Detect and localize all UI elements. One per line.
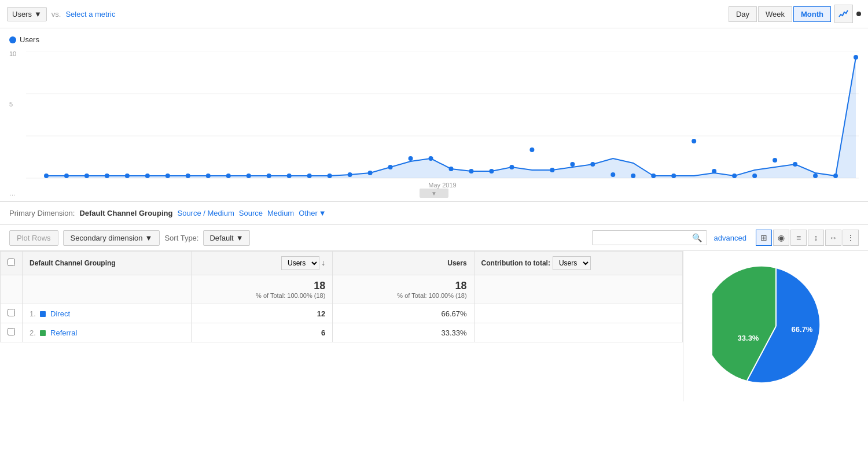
direct-users-value: 12 — [317, 309, 325, 318]
search-input[interactable] — [597, 234, 690, 242]
svg-point-23 — [409, 156, 413, 161]
svg-point-41 — [773, 158, 777, 163]
y-label-10: 10 — [9, 50, 16, 57]
direct-link[interactable]: Direct — [50, 309, 70, 318]
top-toolbar: Users ▼ vs. Select a metric Day Week Mon… — [0, 0, 868, 28]
pivot-view-button[interactable]: ⋮ — [843, 230, 859, 246]
primary-dimension-row: Primary Dimension: Default Channel Group… — [0, 202, 868, 225]
svg-point-27 — [489, 169, 494, 174]
day-button[interactable]: Day — [729, 6, 757, 22]
users2-header: Users — [333, 252, 474, 275]
legend-label: Users — [20, 35, 39, 44]
secondary-dimension-button[interactable]: Secondary dimension ▼ — [63, 230, 160, 246]
table-section: Default Channel Grouping Users ↓ Users C… — [0, 251, 683, 401]
metric-selector: Users ▼ vs. Select a metric — [7, 7, 115, 21]
table-row: 2. Referral 6 33.33% — [1, 323, 683, 342]
users-column-select[interactable]: Users — [281, 256, 319, 270]
bar-view-button[interactable]: ≡ — [790, 230, 807, 246]
referral-users-value: 6 — [321, 328, 325, 337]
referral-channel-cell: 2. Referral — [23, 323, 192, 342]
total-users-value: 18 — [198, 280, 325, 292]
search-icon[interactable]: 🔍 — [692, 233, 702, 242]
x-axis-label: May 2019 — [26, 182, 859, 189]
week-button[interactable]: Week — [758, 6, 792, 22]
search-box: 🔍 — [592, 230, 707, 245]
source-medium-link[interactable]: Source / Medium — [177, 209, 234, 217]
svg-point-30 — [550, 168, 554, 172]
users-header: Users ↓ — [192, 252, 333, 275]
svg-point-20 — [348, 172, 352, 177]
svg-point-11 — [165, 174, 170, 178]
chart-legend: Users — [9, 35, 859, 44]
users-dropdown[interactable]: Users ▼ — [7, 7, 47, 21]
contribution-metric-select[interactable]: Users — [553, 256, 591, 270]
source-link[interactable]: Source — [239, 209, 263, 217]
select-metric-link[interactable]: Select a metric — [65, 10, 115, 19]
other-dropdown[interactable]: Other ▼ — [299, 209, 326, 217]
pie-chart-section: 33.3% 66.7% — [683, 251, 868, 401]
svg-point-12 — [186, 174, 190, 178]
medium-link[interactable]: Medium — [267, 209, 294, 217]
sort-default-label: Default — [209, 234, 233, 242]
referral-contribution-value: 33.33% — [442, 328, 467, 337]
svg-point-34 — [631, 174, 635, 178]
vs-label: vs. — [52, 10, 61, 19]
primary-dimension-label: Primary Dimension: — [9, 209, 75, 217]
other-label: Other — [299, 209, 318, 217]
direct-contribution-cell: 66.67% — [333, 304, 474, 323]
table-view-button[interactable]: ⊞ — [756, 230, 772, 246]
month-button[interactable]: Month — [793, 6, 831, 22]
users2-header-label: Users — [447, 259, 466, 267]
referral-link[interactable]: Referral — [50, 328, 77, 337]
svg-point-5 — [44, 174, 49, 178]
scroll-down-arrow: ▼ — [431, 190, 437, 197]
referral-contribution-cell: 33.33% — [333, 323, 474, 342]
row-2-checkbox[interactable] — [8, 328, 15, 335]
chart-type-button[interactable] — [834, 5, 853, 23]
sort-type-select[interactable]: Default ▼ — [203, 230, 249, 246]
legend-dot — [9, 36, 16, 43]
scatter-view-button[interactable]: ↕ — [808, 230, 824, 246]
secondary-dimension-label: Secondary dimension — [71, 234, 143, 242]
view-icons: ⊞ ◉ ≡ ↕ ↔ ⋮ — [756, 230, 859, 246]
contribution-label: Contribution to total: — [481, 259, 550, 267]
select-all-header — [1, 252, 23, 275]
plot-rows-button[interactable]: Plot Rows — [9, 230, 58, 246]
row-1-checkbox[interactable] — [8, 309, 15, 316]
referral-pct-label: 33.3% — [737, 334, 759, 342]
sort-type-label: Sort Type: — [164, 234, 198, 242]
svg-point-44 — [833, 174, 838, 178]
direct-pct-label: 66.7% — [791, 325, 812, 334]
pie-view-button[interactable]: ◉ — [773, 230, 789, 246]
svg-point-14 — [226, 174, 231, 178]
referral-color-box — [40, 330, 46, 336]
select-all-checkbox[interactable] — [8, 259, 15, 266]
svg-point-19 — [328, 174, 332, 178]
direct-color-box — [40, 311, 46, 317]
scroll-indicator[interactable]: ▼ — [420, 189, 448, 198]
svg-point-8 — [105, 174, 109, 178]
svg-point-13 — [206, 174, 211, 178]
svg-point-26 — [469, 169, 473, 174]
users-sort-arrow[interactable]: ↓ — [321, 258, 325, 267]
chart-container: Users 10 5 — [0, 28, 868, 202]
sort-chevron: ▼ — [236, 234, 244, 242]
comparison-view-button[interactable]: ↔ — [825, 230, 841, 246]
primary-dimension-value: Default Channel Grouping — [79, 209, 172, 217]
ellipsis-indicator: … — [9, 190, 16, 197]
svg-point-42 — [793, 162, 797, 167]
svg-point-35 — [651, 174, 656, 178]
line-chart-icon — [838, 9, 849, 19]
svg-point-9 — [125, 174, 130, 178]
line-chart-svg — [26, 51, 859, 179]
data-table: Default Channel Grouping Users ↓ Users C… — [0, 251, 683, 342]
dropdown-chevron: ▼ — [34, 10, 42, 19]
secondary-dim-chevron: ▼ — [145, 234, 153, 242]
svg-point-39 — [732, 174, 737, 178]
pie-chart-svg: 33.3% 66.7% — [712, 263, 840, 390]
svg-point-25 — [448, 167, 453, 171]
direct-channel-cell: 1. Direct — [23, 304, 192, 323]
advanced-link[interactable]: advanced — [714, 234, 746, 242]
svg-point-7 — [84, 174, 89, 178]
total-users2-value: 18 — [340, 280, 466, 292]
